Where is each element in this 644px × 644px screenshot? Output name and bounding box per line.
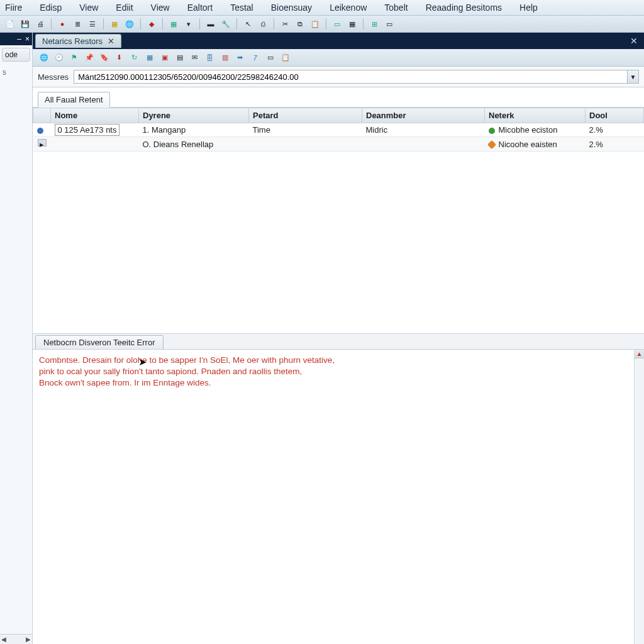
form-icon[interactable]: ▤ — [174, 52, 186, 64]
layers-icon[interactable]: ▥ — [219, 52, 231, 64]
menu-item[interactable]: Fiire — [5, 3, 22, 13]
cell-dyrene: O. Dieans Renellap — [139, 137, 249, 152]
scroll-up-icon[interactable]: ▲ — [635, 350, 644, 358]
paste-icon[interactable]: 📋 — [309, 18, 321, 30]
menu-item[interactable]: Help — [519, 3, 538, 13]
screen-icon[interactable]: ▭ — [331, 18, 343, 30]
pointer-icon[interactable]: ↖ — [242, 18, 254, 30]
data-grid[interactable]: Nome Dyrene Petard Deanmber Neterk Dool … — [33, 108, 644, 334]
scroll-right-icon[interactable]: ▶ — [26, 636, 31, 643]
messages-label: Messres — [38, 72, 69, 82]
scroll-left-icon[interactable]: ◀ — [1, 636, 6, 643]
output-tab-error[interactable]: Netbocrn Disveron Teeitc Error — [35, 335, 164, 349]
panel-icon[interactable]: ▭ — [383, 18, 396, 30]
row-gutter-icon — [33, 123, 51, 137]
grid-header[interactable]: Deanmber — [362, 108, 485, 123]
table-row[interactable]: ▸ O. Dieans Renellap Nicoohe eaisten 2.% — [33, 137, 644, 152]
menu-item[interactable]: Bioensuay — [271, 3, 312, 13]
forward-icon[interactable]: ➡ — [234, 52, 246, 64]
cell-nome — [51, 137, 139, 152]
menu-item[interactable]: View — [151, 3, 170, 13]
tree-icon[interactable]: ⊞ — [368, 18, 380, 30]
side-panel-tab[interactable]: ode — [2, 48, 30, 62]
mail-icon[interactable]: ✉ — [189, 52, 201, 64]
bookmark-icon[interactable]: 🔖 — [98, 52, 110, 64]
messages-row: Messres ▼ — [33, 67, 644, 87]
menu-bar: Fiire Edisp View Ediit View Ealtort Test… — [0, 0, 644, 16]
menu-item[interactable]: Ediit — [116, 3, 133, 13]
pin-icon[interactable]: ◆ — [145, 18, 158, 30]
wrench-icon[interactable]: 🔧 — [219, 18, 232, 30]
dropdown-icon[interactable]: ▾ — [182, 18, 195, 30]
table-row[interactable]: 0 125 Ae173 nts 1. Manganp Time Midric M… — [33, 123, 644, 137]
doc-icon[interactable]: 📄 — [4, 18, 16, 30]
menu-item[interactable]: Tobelt — [384, 3, 408, 13]
filter-tabstrip: All Faual Retent — [33, 87, 644, 108]
status-dot-icon — [489, 128, 495, 134]
globe-icon[interactable]: 🌐 — [38, 52, 50, 64]
flag-icon[interactable]: ⚑ — [68, 52, 80, 64]
grid-header[interactable]: Petard — [249, 108, 362, 123]
cell-nome[interactable]: 0 125 Ae173 nts — [51, 123, 139, 137]
print-icon[interactable]: 🖨 — [34, 18, 47, 30]
layout-icon[interactable]: ▦ — [346, 18, 358, 30]
messages-combo[interactable]: ▼ — [74, 70, 639, 84]
grid-header[interactable]: Dool — [586, 108, 644, 123]
row-gutter-icon: ▸ — [33, 137, 51, 152]
save-icon[interactable]: 💾 — [19, 18, 31, 30]
stamp-icon[interactable]: ⎙ — [257, 18, 269, 30]
error-line: pink to ocal your sally frion't tanto sa… — [39, 366, 638, 377]
menu-item[interactable]: Leikenow — [330, 3, 367, 13]
app-icon[interactable]: ▣ — [158, 52, 170, 64]
side-panel-scrollbar[interactable]: ◀ ▶ — [0, 634, 32, 644]
cell-deanmber: Midric — [362, 123, 485, 137]
grid-header[interactable] — [33, 108, 51, 123]
menu-item[interactable]: Ealtort — [187, 3, 213, 13]
close-all-icon[interactable]: ✕ — [626, 36, 641, 46]
close-tab-icon[interactable]: ✕ — [108, 36, 114, 46]
seven-icon[interactable]: 7 — [249, 52, 261, 64]
pin-icon[interactable]: 📌 — [83, 52, 95, 64]
list-icon[interactable]: ≣ — [71, 18, 84, 30]
minus-icon[interactable]: ▬ — [204, 18, 217, 30]
window-icon[interactable]: ▭ — [264, 52, 276, 64]
filter-tab[interactable]: All Faual Retent — [38, 92, 110, 108]
close-icon[interactable]: × — [25, 35, 30, 43]
clock-icon[interactable]: 🕘 — [53, 52, 65, 64]
dropdown-icon[interactable]: ▼ — [627, 70, 638, 83]
download-icon[interactable]: ⬇ — [113, 52, 125, 64]
grid-icon[interactable]: ▦ — [143, 52, 155, 64]
justify-icon[interactable]: ☰ — [86, 18, 99, 30]
error-line: Bnock own't sapee from. Ir im Enntage wi… — [39, 377, 638, 389]
cell-dool: 2.% — [586, 123, 644, 137]
minimize-icon[interactable]: – — [17, 35, 21, 43]
messages-input[interactable] — [74, 71, 627, 83]
grid-header[interactable]: Nome — [51, 108, 139, 123]
menu-item[interactable]: View — [79, 3, 98, 13]
document-toolbar: 🌐 🕘 ⚑ 📌 🔖 ⬇ ↻ ▦ ▣ ▤ ✉ 🗄 ▥ ➡ 7 ▭ 📋 — [33, 49, 644, 67]
side-panel-body: s — [0, 64, 32, 644]
cell-deanmber — [362, 137, 485, 152]
trim-icon[interactable]: ✂ — [279, 18, 291, 30]
copy-icon[interactable]: ⧉ — [294, 18, 306, 30]
menu-item[interactable]: Reaading Besitoms — [426, 3, 502, 13]
error-line: Combntse. Dresain for olohe to be sapper… — [39, 355, 638, 366]
clipboard-icon[interactable]: 📋 — [279, 52, 291, 64]
vertical-scrollbar[interactable]: ▲ — [634, 350, 644, 644]
cell-dool: 2.% — [586, 137, 644, 152]
record-icon[interactable]: ● — [56, 18, 69, 30]
cell-dyrene: 1. Manganp — [139, 123, 249, 137]
cell-petard: Time — [249, 123, 362, 137]
grid-header[interactable]: Dyrene — [139, 108, 249, 123]
refresh-icon[interactable]: ↻ — [128, 52, 140, 64]
error-output-pane[interactable]: Combntse. Dresain for olohe to be sapper… — [33, 350, 644, 644]
grid-header[interactable]: Neterk — [485, 108, 586, 123]
grid-icon[interactable]: ▦ — [167, 18, 180, 30]
document-tab[interactable]: Netarics Restors ✕ — [35, 34, 121, 48]
menu-item[interactable]: Edisp — [40, 3, 62, 13]
db-icon[interactable]: 🗄 — [204, 52, 216, 64]
grid-header-row: Nome Dyrene Petard Deanmber Neterk Dool — [33, 108, 644, 123]
menu-item[interactable]: Testal — [230, 3, 253, 13]
table-icon[interactable]: ▦ — [108, 18, 121, 30]
globe-icon[interactable]: 🌐 — [123, 18, 136, 30]
